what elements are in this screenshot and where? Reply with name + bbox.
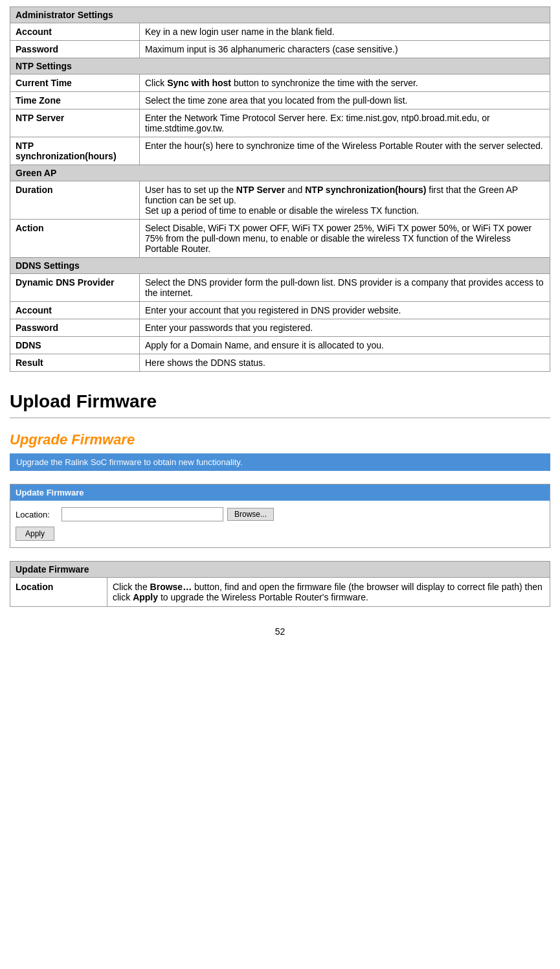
table-row: NTP Server Enter the Network Time Protoc… <box>10 109 550 137</box>
update-firmware-header: Update Firmware <box>10 562 550 578</box>
row-desc-duration: User has to set up the NTP Server and NT… <box>140 181 550 220</box>
ntp-settings-header: NTP Settings <box>10 58 550 74</box>
row-label-ntp-sync: NTP synchronization(hours) <box>10 137 140 165</box>
table-row: Duration User has to set up the NTP Serv… <box>10 181 550 220</box>
row-label-action: Action <box>10 220 140 258</box>
row-desc-action: Select Disable, WiFi TX power OFF, WiFi … <box>140 220 550 258</box>
admin-settings-header: Administrator Settings <box>10 7 550 23</box>
update-firmware-table: Update Firmware Location Click the Brows… <box>10 561 550 607</box>
page-number: 52 <box>10 626 550 637</box>
update-firmware-header-row: Update Firmware <box>10 562 550 578</box>
row-label-dns-provider: Dynamic DNS Provider <box>10 274 140 302</box>
row-label-location: Location <box>10 578 107 607</box>
row-desc-ddns: Apply for a Domain Name, and ensure it i… <box>140 337 550 354</box>
ddns-settings-header-row: DDNS Settings <box>10 258 550 274</box>
table-row: Result Here shows the DDNS status. <box>10 354 550 372</box>
green-ap-header-row: Green AP <box>10 165 550 181</box>
table-row: Current Time Click Sync with host button… <box>10 74 550 92</box>
firmware-box-header: Update Firmware <box>10 484 550 501</box>
upgrade-firmware-desc: Upgrade the Ralink SoC firmware to obtai… <box>10 453 550 471</box>
admin-settings-header-row: Administrator Settings <box>10 7 550 23</box>
table-row: Dynamic DNS Provider Select the DNS prov… <box>10 274 550 302</box>
firmware-update-box: Update Firmware Location: Browse... Appl… <box>10 484 550 548</box>
table-row: Password Enter your passwords that you r… <box>10 319 550 337</box>
row-label-duration: Duration <box>10 181 140 220</box>
location-label: Location: <box>16 510 58 519</box>
table-row: DDNS Apply for a Domain Name, and ensure… <box>10 337 550 354</box>
row-desc-account: Key in a new login user name in the blan… <box>140 23 550 41</box>
table-row: Account Enter your account that you regi… <box>10 302 550 319</box>
row-label-ddns-password: Password <box>10 319 140 337</box>
row-desc-current-time: Click Sync with host button to synchroni… <box>140 74 550 92</box>
location-input[interactable] <box>62 507 223 521</box>
ddns-settings-header: DDNS Settings <box>10 258 550 274</box>
apply-button[interactable]: Apply <box>16 527 54 541</box>
row-label-time-zone: Time Zone <box>10 92 140 109</box>
upgrade-firmware-title: Upgrade Firmware <box>10 431 550 448</box>
table-row: Action Select Disable, WiFi TX power OFF… <box>10 220 550 258</box>
row-desc-result: Here shows the DDNS status. <box>140 354 550 372</box>
admin-settings-table: Administrator Settings Account Key in a … <box>10 6 550 372</box>
row-desc-dns-provider: Select the DNS provider form the pull-do… <box>140 274 550 302</box>
row-desc-password: Maximum input is 36 alphanumeric charact… <box>140 41 550 58</box>
table-row: Password Maximum input is 36 alphanumeri… <box>10 41 550 58</box>
green-ap-header: Green AP <box>10 165 550 181</box>
firmware-location-row: Location: Browse... <box>16 507 544 521</box>
row-label-ntp-server: NTP Server <box>10 109 140 137</box>
table-row: Location Click the Browse… button, find … <box>10 578 550 607</box>
row-label-current-time: Current Time <box>10 74 140 92</box>
row-label-ddns: DDNS <box>10 337 140 354</box>
firmware-box-body: Location: Browse... Apply <box>10 501 550 547</box>
upload-firmware-heading: Upload Firmware <box>10 391 550 418</box>
row-label-ddns-account: Account <box>10 302 140 319</box>
row-desc-time-zone: Select the time zone area that you locat… <box>140 92 550 109</box>
row-desc-ntp-server: Enter the Network Time Protocol Server h… <box>140 109 550 137</box>
table-row: Time Zone Select the time zone area that… <box>10 92 550 109</box>
row-desc-location: Click the Browse… button, find and open … <box>107 578 550 607</box>
browse-button[interactable]: Browse... <box>227 508 274 521</box>
row-label-password: Password <box>10 41 140 58</box>
ntp-settings-header-row: NTP Settings <box>10 58 550 74</box>
table-row: Account Key in a new login user name in … <box>10 23 550 41</box>
row-label-result: Result <box>10 354 140 372</box>
row-label-account: Account <box>10 23 140 41</box>
table-row: NTP synchronization(hours) Enter the hou… <box>10 137 550 165</box>
row-desc-ddns-account: Enter your account that you registered i… <box>140 302 550 319</box>
row-desc-ddns-password: Enter your passwords that you registered… <box>140 319 550 337</box>
row-desc-ntp-sync: Enter the hour(s) here to synchronize ti… <box>140 137 550 165</box>
